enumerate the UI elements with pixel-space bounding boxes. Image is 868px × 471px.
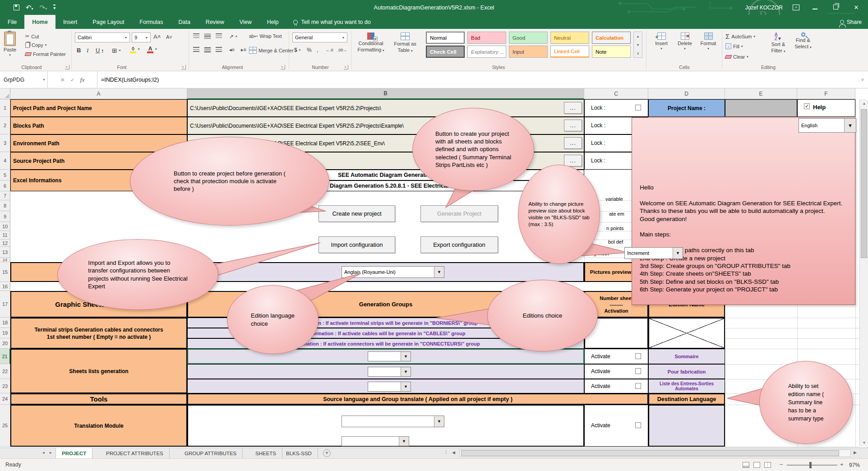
decrease-font-icon[interactable]: A˅ [166, 34, 172, 40]
format-as-table-button[interactable]: Format asTable ▾ [389, 32, 421, 53]
format-painter-button[interactable]: Format Painter [25, 51, 66, 57]
import-configuration-button[interactable]: Import configuration [319, 236, 395, 253]
tab-data[interactable]: Data [171, 15, 198, 29]
page-break-view-icon[interactable] [764, 462, 771, 468]
row-header-6[interactable]: 6 [0, 180, 10, 191]
style-neutral[interactable]: Neutral [550, 32, 589, 44]
align-middle-icon[interactable] [204, 33, 211, 39]
sheet-tab-group-attributes[interactable]: GROUP ATTRIBUTES [179, 448, 243, 459]
export-configuration-button[interactable]: Export configuration [420, 236, 498, 253]
row-header-17[interactable]: 17 [0, 291, 10, 318]
row-header-13[interactable]: 13 [0, 247, 10, 258]
borders-icon[interactable]: ⊞▾ [112, 47, 120, 54]
sheet-list-select-1[interactable]: ▼ [368, 351, 411, 361]
edition-language-select[interactable]: Anglais (Royaume-Uni)▼ [342, 266, 444, 278]
browse-blocks-path-button[interactable]: ... [564, 120, 582, 131]
underline-button[interactable]: U▾ [96, 47, 103, 54]
format-cells-button[interactable]: Format▾ [697, 32, 719, 51]
cell-e1[interactable] [725, 99, 797, 117]
increment-select[interactable]: Increment▼ [624, 247, 683, 259]
sheet-tab-project-attributes[interactable]: PROJECT ATTRIBUTES [100, 448, 170, 459]
share-button[interactable]: Share [840, 15, 862, 29]
lock-checkbox-1[interactable] [635, 105, 641, 111]
vertical-scroll-thumb[interactable] [861, 109, 867, 258]
sheet-list-select-2[interactable]: ▼ [368, 367, 411, 377]
tell-me-box[interactable]: Tell me what you want to do [286, 15, 378, 29]
increase-indent-icon[interactable]: ▸≡ [241, 47, 246, 53]
column-header-d[interactable]: D [648, 88, 725, 99]
cell-a1[interactable]: Project Path and Project Name [10, 99, 187, 117]
tab-home[interactable]: Home [24, 15, 55, 29]
row-header-5[interactable]: 5 [0, 170, 10, 180]
cut-button[interactable]: ✂Cut [25, 33, 39, 39]
translation-group-select[interactable]: ▼ [342, 436, 409, 446]
browse-environment-path-button[interactable]: ... [564, 137, 582, 149]
cell-d25[interactable] [648, 405, 725, 447]
expand-formula-bar-icon[interactable]: ˅ [857, 71, 868, 88]
sheet-tab-project[interactable]: PROJECT [55, 448, 92, 459]
style-calculation[interactable]: Calculation [592, 32, 631, 44]
percent-style-icon[interactable]: % [307, 47, 312, 53]
fill-button[interactable]: ↓Fill▾ [725, 43, 743, 49]
column-header-b[interactable]: B [187, 88, 584, 99]
tab-formulas[interactable]: Formulas [132, 15, 171, 29]
activate-checkbox-1[interactable] [635, 353, 641, 359]
cell-b1-project-path[interactable]: C:\Users\Public\Documents\IGE+XAO\SEE El… [187, 99, 584, 117]
font-color-icon[interactable]: A▾ [147, 46, 157, 52]
cell-a21-sheets-lists[interactable]: Sheets lists generation [10, 349, 187, 393]
undo-icon[interactable]: ↶▾ [26, 4, 33, 12]
font-dialog-launcher-icon[interactable]: ↘ [181, 65, 186, 69]
align-top-icon[interactable] [193, 33, 199, 38]
activate-checkbox-2[interactable] [635, 368, 641, 374]
ribbon-display-options-icon[interactable]: ˄ [793, 5, 799, 10]
restore-button[interactable] [830, 4, 841, 11]
normal-view-icon[interactable] [743, 462, 749, 468]
row-header-15[interactable]: 15 [0, 262, 10, 282]
style-explanatory[interactable]: Explanatory ... [467, 46, 506, 58]
paste-button[interactable]: Paste▾ [4, 32, 16, 57]
accounting-format-icon[interactable]: $▾ [294, 47, 300, 53]
close-button[interactable]: ✕ [851, 4, 862, 11]
browse-source-project-button[interactable]: ... [564, 155, 582, 166]
column-header-e[interactable]: E [725, 88, 797, 99]
fill-color-icon[interactable]: ◊▾ [130, 46, 140, 52]
increment-arrow-icon[interactable]: ▼ [673, 248, 683, 259]
create-new-project-button[interactable]: Create new project [319, 205, 395, 222]
generate-project-button[interactable]: Generate Project [420, 205, 498, 222]
tab-scroll-right-icon[interactable]: ▸ [50, 450, 52, 455]
redo-icon[interactable]: ↷▾ [40, 4, 47, 12]
tab-review[interactable]: Review [198, 15, 232, 29]
zoom-slider[interactable] [787, 465, 837, 466]
align-bottom-icon[interactable] [216, 33, 222, 38]
row-header-12[interactable]: 12 [0, 240, 10, 247]
customize-qat-icon[interactable]: ▾ [53, 5, 55, 10]
row-header-9[interactable]: 9 [0, 211, 10, 222]
row-header-22[interactable]: 22 [0, 364, 10, 379]
sheet-list-select-3[interactable]: ▼ [368, 382, 411, 392]
row-header-10[interactable]: 10 [0, 222, 10, 231]
insert-cells-button[interactable]: ＋ Insert▾ [651, 32, 672, 51]
cell-a25-translation-module[interactable]: Translation Module [10, 405, 187, 447]
row-header-23[interactable]: 23 [0, 379, 10, 393]
tab-splitter[interactable]: ⋮ [444, 450, 448, 454]
horizontal-scroll-thumb[interactable] [461, 450, 839, 456]
number-dialog-launcher-icon[interactable]: ↘ [344, 65, 348, 69]
decrease-decimal-icon[interactable]: .00→ [337, 48, 347, 52]
scroll-down-icon[interactable]: ▼ [860, 439, 868, 447]
style-note[interactable]: Note [592, 46, 631, 58]
style-normal[interactable]: Normal [426, 32, 465, 44]
increase-font-icon[interactable]: A˄ [153, 33, 161, 40]
zoom-slider-thumb[interactable] [809, 462, 812, 468]
row-header-18[interactable]: 18 [0, 318, 10, 328]
hscroll-right-icon[interactable]: ▶ [854, 450, 857, 455]
zoom-level[interactable]: 97% [849, 462, 860, 468]
browse-project-path-button[interactable]: ... [564, 102, 582, 114]
vertical-scrollbar[interactable]: ▲ ▼ [859, 99, 868, 447]
cell-b24-source-language[interactable]: Source language and Group translate ( Ap… [187, 393, 648, 405]
row-header-14[interactable]: 14 [0, 258, 10, 262]
save-icon[interactable] [14, 5, 19, 10]
cell-a2[interactable]: Blocks Path [10, 117, 187, 134]
font-size-select[interactable]: 9▼ [132, 32, 151, 42]
font-name-select[interactable]: Calibri▼ [75, 32, 130, 42]
copy-button[interactable]: Copy▾ [25, 42, 46, 48]
